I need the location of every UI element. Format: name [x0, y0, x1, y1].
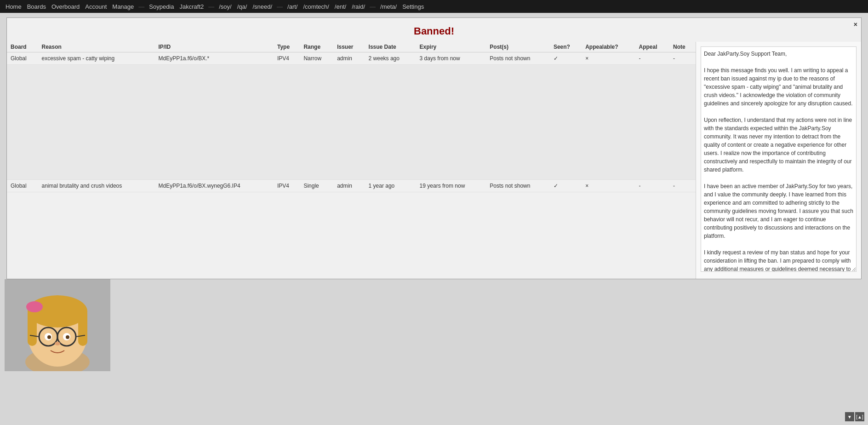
col-expiry: Expiry [416, 42, 486, 52]
nav-home[interactable]: Home [4, 2, 23, 11]
svg-point-14 [66, 335, 69, 339]
ban-rows-section: Board Reason IP/ID Type Range Issuer Iss… [7, 42, 696, 279]
cell-expiry: 3 days from now [416, 52, 486, 65]
col-posts: Post(s) [486, 42, 550, 52]
cell-note: - [669, 180, 696, 192]
nav-sep-2: — [207, 3, 215, 10]
dialog-close-button[interactable]: × [854, 21, 857, 28]
table-row: Globalanimal brutality and crush videosM… [7, 180, 696, 192]
cell-type: IPV4 [274, 180, 300, 192]
cell-board: Global [7, 180, 38, 192]
nav-soypedia[interactable]: Soypedia [147, 2, 176, 11]
nav-account[interactable]: Account [83, 2, 108, 11]
cell-expiry: 19 years from now [416, 180, 486, 192]
cell-appeal: - [635, 52, 670, 65]
svg-point-13 [47, 335, 51, 339]
col-type: Type [274, 42, 300, 52]
bottom-area [5, 279, 863, 371]
cell-seen: ✓ [550, 180, 582, 192]
cell-issuer: admin [333, 180, 365, 192]
cell-issuer: admin [333, 52, 365, 65]
cell-range: Narrow [300, 52, 333, 65]
nav-soy[interactable]: /soy/ [217, 2, 233, 11]
avatar-image [11, 284, 103, 371]
cell-ipid: MdEyPP1a.f6/o/BX.* [155, 52, 274, 65]
cell-note: - [669, 52, 696, 65]
appeal-panel [696, 42, 861, 279]
svg-point-5 [26, 301, 43, 312]
cell-reason: excessive spam - catty wiping [38, 52, 154, 65]
cell-issue-date: 2 weeks ago [365, 52, 416, 65]
table-header-row: Board Reason IP/ID Type Range Issuer Iss… [7, 42, 696, 52]
col-ipid: IP/ID [155, 42, 274, 52]
cell-seen: ✓ [550, 52, 582, 65]
top-navigation: Home Boards Overboard Account Manage — S… [0, 0, 868, 13]
cell-range: Single [300, 180, 333, 192]
cell-appealable: × [582, 52, 635, 65]
nav-boards[interactable]: Boards [25, 2, 48, 11]
cell-appeal: - [635, 180, 670, 192]
svg-point-15 [55, 342, 60, 345]
col-board: Board [7, 42, 38, 52]
col-appealable: Appealable? [582, 42, 635, 52]
ban-dialog: × Banned! Board Reason IP/ID Type Range … [6, 17, 862, 279]
nav-qa[interactable]: /qa/ [235, 2, 249, 11]
svg-rect-3 [28, 309, 37, 346]
col-range: Range [300, 42, 333, 52]
col-appeal: Appeal [635, 42, 670, 52]
col-reason: Reason [38, 42, 154, 52]
nav-sep-3: — [276, 3, 284, 10]
spacer-row [7, 65, 696, 180]
nav-sep-4: — [369, 3, 377, 10]
col-seen: Seen? [550, 42, 582, 52]
col-note: Note [669, 42, 696, 52]
cell-ipid: MdEyPP1a.f6/o/BX.wynegG6.IP4 [155, 180, 274, 192]
cell-appealable: × [582, 180, 635, 192]
cell-reason: animal brutality and crush videos [38, 180, 154, 192]
svg-rect-4 [78, 309, 87, 346]
ban-title: Banned! [7, 18, 861, 42]
nav-jakcraft2[interactable]: Jakcraft2 [178, 2, 206, 11]
nav-settings[interactable]: Settings [400, 2, 426, 11]
appeal-textarea[interactable] [701, 46, 857, 272]
ban-table: Board Reason IP/ID Type Range Issuer Iss… [7, 42, 696, 192]
nav-manage[interactable]: Manage [110, 2, 136, 11]
table-row: Globalexcessive spam - catty wipingMdEyP… [7, 52, 696, 65]
nav-ent[interactable]: /ent/ [333, 2, 348, 11]
nav-sneed[interactable]: /sneed/ [251, 2, 274, 11]
cell-board: Global [7, 52, 38, 65]
cell-type: IPV4 [274, 52, 300, 65]
nav-overboard[interactable]: Overboard [50, 2, 81, 11]
cell-issue-date: 1 year ago [365, 180, 416, 192]
col-issue-date: Issue Date [365, 42, 416, 52]
nav-art[interactable]: /art/ [286, 2, 299, 11]
cell-posts: Posts not shown [486, 180, 550, 192]
nav-raid[interactable]: /raid/ [350, 2, 367, 11]
avatar-area [5, 279, 110, 371]
appeal-section: Board Reason IP/ID Type Range Issuer Iss… [7, 42, 861, 279]
nav-sep-1: — [137, 3, 145, 10]
cell-posts: Posts not shown [486, 52, 550, 65]
col-issuer: Issuer [333, 42, 365, 52]
main-content: × Banned! Board Reason IP/ID Type Range … [0, 13, 868, 376]
nav-comtech[interactable]: /comtech/ [301, 2, 331, 11]
ban-table-body: Globalexcessive spam - catty wipingMdEyP… [7, 52, 696, 192]
nav-meta[interactable]: /meta/ [378, 2, 399, 11]
